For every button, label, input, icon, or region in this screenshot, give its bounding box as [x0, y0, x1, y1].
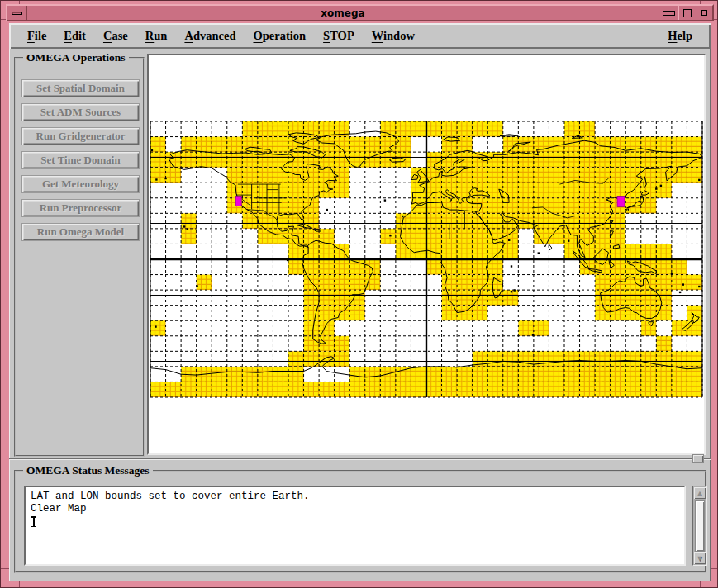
menu-stop[interactable]: STOP — [323, 29, 354, 43]
button-run-omega-model[interactable]: Run Omega Model — [21, 223, 140, 241]
menu-operation[interactable]: Operation — [253, 29, 306, 43]
world-map-canvas[interactable] — [147, 54, 706, 455]
status-scrollbar[interactable]: ▲ ▼ — [692, 486, 707, 566]
scroll-up-icon[interactable]: ▲ — [694, 487, 706, 499]
maximize-button[interactable] — [678, 6, 697, 20]
button-run-gridgenerator[interactable]: Run Gridgenerator — [21, 127, 140, 145]
button-set-time-domain[interactable]: Set Time Domain — [21, 151, 140, 169]
menu-window[interactable]: Window — [372, 29, 415, 43]
scroll-down-icon[interactable]: ▼ — [694, 552, 706, 564]
app-window: xomega FileEditCaseRunAdvancedOperationS… — [0, 0, 718, 588]
iconify-button[interactable] — [697, 6, 712, 20]
menu-case[interactable]: Case — [103, 29, 128, 43]
frame-notch — [1, 568, 9, 569]
button-run-preprocessor[interactable]: Run Preprocessor — [21, 199, 140, 217]
restore-button[interactable] — [659, 6, 678, 20]
status-panel-title: OMEGA Status Messages — [23, 464, 153, 477]
operations-panel: OMEGA Operations Set Spatial DomainSet A… — [14, 57, 145, 457]
scrollbar-thumb[interactable] — [695, 500, 705, 552]
operations-panel-title: OMEGA Operations — [23, 51, 129, 64]
iconify-icon — [701, 10, 707, 16]
status-line: Clear Map — [31, 503, 679, 515]
window-menu-icon — [12, 12, 22, 15]
titlebar[interactable]: xomega — [6, 4, 714, 21]
maximize-icon — [683, 9, 692, 17]
menubar: FileEditCaseRunAdvancedOperationSTOPWind… — [9, 23, 711, 49]
sash-grip[interactable] — [692, 454, 704, 463]
status-line: LAT and LON bounds set to cover entire E… — [31, 491, 679, 503]
window-title: xomega — [27, 6, 659, 20]
pane-separator — [9, 459, 711, 460]
restore-icon — [663, 11, 675, 16]
status-text-area[interactable]: LAT and LON bounds set to cover entire E… — [24, 486, 686, 566]
button-set-adm-sources[interactable]: Set ADM Sources — [21, 103, 140, 121]
text-caret — [31, 516, 37, 527]
menu-edit[interactable]: Edit — [64, 29, 86, 43]
menu-run[interactable]: Run — [145, 29, 168, 43]
main-content: FileEditCaseRunAdvancedOperationSTOPWind… — [9, 23, 711, 581]
status-panel: OMEGA Status Messages LAT and LON bounds… — [14, 470, 706, 573]
button-get-meteorology[interactable]: Get Meteorology — [21, 175, 140, 193]
menu-file[interactable]: File — [27, 29, 46, 43]
menu-help[interactable]: Help — [668, 29, 692, 43]
button-set-spatial-domain[interactable]: Set Spatial Domain — [21, 79, 140, 97]
menu-advanced[interactable]: Advanced — [184, 29, 235, 43]
window-menu-button[interactable] — [7, 6, 27, 20]
